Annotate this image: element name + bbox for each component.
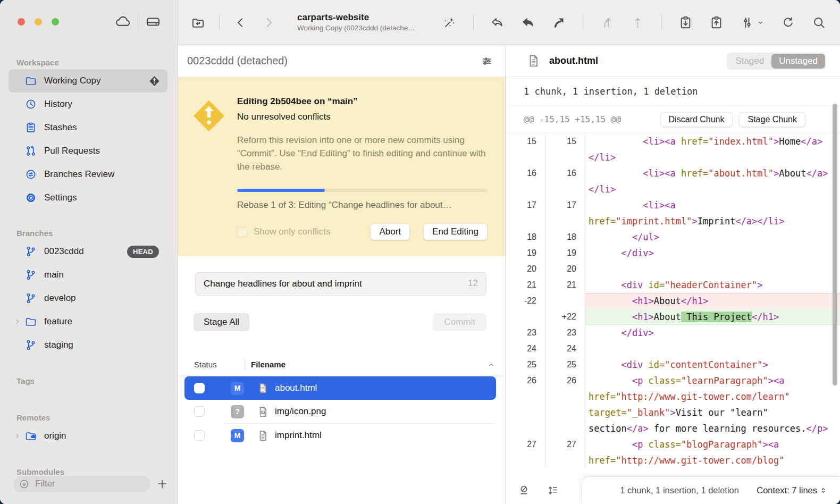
document-file-icon — [257, 382, 269, 394]
view-options-icon[interactable] — [481, 55, 493, 68]
sidebar-item-branches-review[interactable]: Branches Review — [9, 163, 167, 186]
stage-checkbox[interactable] — [194, 406, 205, 417]
scrollbar-thumb[interactable] — [833, 104, 837, 385]
diff-line: 2121 <div id="headerContainer"> — [506, 277, 840, 293]
titlebar-left — [0, 0, 178, 45]
filter-icon — [19, 478, 30, 490]
pull-icon[interactable] — [678, 15, 693, 30]
status-column-header[interactable]: Status — [194, 360, 217, 369]
git-branch-icon — [24, 339, 37, 351]
ignore-whitespace-icon[interactable] — [518, 484, 531, 497]
sidebar-item-label: origin — [44, 431, 66, 441]
sidebar-branch-folder-feature[interactable]: feature — [9, 310, 167, 333]
rebase-progress-label: Rebase 1 of 3: Editing “Change headlines… — [237, 200, 488, 211]
diff-file-title: about.html — [549, 55, 598, 66]
sort-chevron-up-icon[interactable] — [487, 360, 495, 369]
search-icon[interactable] — [812, 15, 826, 30]
sidebar-item-label: Stashes — [44, 122, 77, 133]
commit-message-row: 12 — [195, 272, 486, 296]
apply-stash-icon[interactable] — [631, 15, 645, 30]
undo-icon[interactable] — [490, 15, 505, 30]
sidebar-item-history[interactable]: History — [9, 93, 167, 116]
filename-column-header[interactable]: Filename — [251, 360, 285, 369]
sidebar-item-working-copy[interactable]: Working Copy — [9, 69, 167, 93]
filter-field[interactable] — [13, 476, 150, 492]
toolbar-divider — [661, 14, 662, 30]
disclosure-chevron-icon[interactable] — [13, 424, 21, 448]
sidebar-branch-0023cddd[interactable]: 0023cdddHEAD — [9, 240, 167, 263]
stage-checkbox[interactable] — [194, 430, 205, 441]
services-icon[interactable] — [740, 15, 765, 30]
stepper-icon[interactable] — [819, 486, 827, 494]
detached-head-label: 0023cddd (detached) — [187, 55, 288, 67]
sidebar-branch-staging[interactable]: staging — [9, 333, 167, 357]
discard-chunk-button[interactable]: Discard Chunk — [660, 112, 733, 127]
drive-icon[interactable] — [145, 14, 161, 30]
window-title: carparts-website Working Copy (0023cddd … — [297, 12, 415, 32]
repository-name: carparts-website — [297, 12, 415, 23]
unstaged-tab[interactable]: Unstaged — [771, 54, 825, 69]
quick-actions-icon[interactable] — [442, 15, 457, 30]
chunk-bar: @@ -15,15 +15,15 @@ Discard Chunk Stage … — [506, 106, 840, 133]
minimize-button[interactable] — [35, 18, 42, 26]
discard-icon[interactable] — [521, 15, 535, 30]
rebase-banner: Editing 2b504bee on “main” No unresolved… — [178, 77, 505, 256]
stage-checkbox[interactable] — [194, 383, 205, 393]
cherry-pick-icon[interactable] — [600, 15, 614, 30]
close-button[interactable] — [18, 18, 25, 26]
sidebar-item-label: Pull Requests — [44, 146, 100, 156]
navigate-back-icon[interactable] — [233, 15, 248, 30]
diff-panel: about.html Staged Unstaged 1 chunk, 1 in… — [505, 45, 840, 504]
merge-icon[interactable] — [552, 15, 566, 30]
sidebar-item-label: Settings — [44, 192, 77, 203]
diff-summary: 1 chunk, 1 insertion, 1 deletion — [506, 77, 840, 106]
sidebar-remote-origin[interactable]: origin — [9, 424, 167, 448]
file-table-header: Status Filename — [178, 353, 505, 376]
history-icon — [24, 98, 37, 111]
sidebar-branch-develop[interactable]: develop — [9, 287, 167, 310]
staged-tab[interactable]: Staged — [728, 54, 771, 69]
rebase-title: Editing 2b504bee on “main” — [237, 96, 488, 107]
line-spacing-icon[interactable] — [547, 484, 559, 497]
commit-message-input[interactable] — [195, 272, 486, 296]
sidebar-item-pull-requests[interactable]: Pull Requests — [9, 139, 167, 163]
navigate-forward-icon[interactable] — [262, 15, 276, 30]
stage-chunk-button[interactable]: Stage Chunk — [739, 112, 805, 127]
diff-line: 1919 </div> — [506, 245, 840, 261]
diff-line: +22 <h1>About This Project</h1> — [506, 309, 840, 325]
end-editing-button[interactable]: End Editing — [423, 223, 488, 240]
open-repository-icon[interactable] — [191, 15, 205, 30]
commit-message-counter: 12 — [468, 278, 478, 289]
file-icon — [526, 54, 541, 68]
add-button[interactable] — [156, 478, 168, 490]
zoom-button[interactable] — [52, 18, 59, 26]
sidebar-branch-main[interactable]: main — [9, 263, 167, 287]
diff-content: 1515 <li><a href="index.html">Home</a></… — [506, 133, 840, 504]
refresh-icon[interactable] — [781, 15, 795, 30]
sidebar-item-label: staging — [44, 340, 73, 350]
disclosure-chevron-icon[interactable] — [13, 310, 21, 333]
branches-section-label: Branches — [16, 229, 178, 238]
file-row-about-html[interactable]: Mabout.html — [184, 376, 496, 400]
folder-cloud-icon — [24, 430, 37, 442]
cloud-icon[interactable] — [115, 14, 131, 30]
folder-icon — [24, 74, 37, 87]
warning-diamond-icon — [191, 91, 237, 240]
commit-button[interactable]: Commit — [433, 313, 486, 331]
traffic-lights — [18, 18, 59, 26]
stage-all-button[interactable]: Stage All — [194, 313, 249, 331]
rebase-description: Reform this revision into one or more ne… — [237, 133, 488, 173]
sidebar: WorkspaceWorking CopyHistoryStashesPull … — [0, 0, 178, 504]
diff-line: 1818 </ul> — [506, 229, 840, 245]
push-icon[interactable] — [709, 15, 724, 30]
sidebar-item-stashes[interactable]: Stashes — [9, 116, 167, 139]
filter-input[interactable] — [34, 478, 140, 490]
divider — [138, 13, 138, 31]
sidebar-item-settings[interactable]: Settings — [9, 186, 167, 209]
show-only-conflicts-checkbox[interactable] — [237, 227, 247, 237]
abort-button[interactable]: Abort — [370, 223, 410, 240]
context-lines-control[interactable]: Context: 7 lines — [757, 485, 827, 495]
file-row-imprint-html[interactable]: Mimprint.html — [184, 424, 496, 447]
file-row-img-icon-png[interactable]: ?img/icon.png — [184, 400, 496, 423]
branches-review-icon — [24, 168, 37, 181]
